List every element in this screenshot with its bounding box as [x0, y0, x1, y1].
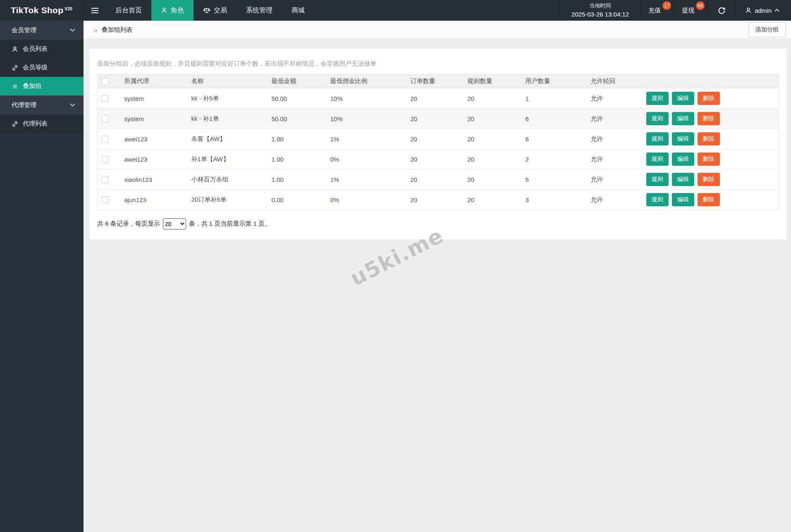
withdraw-label: 提现 — [682, 7, 694, 14]
sidebar-item[interactable]: 会员列表 — [0, 40, 84, 58]
row-checkbox[interactable] — [102, 95, 109, 102]
user-icon — [12, 46, 18, 52]
nav-item-roles[interactable]: 角色 — [151, 0, 194, 21]
sidebar-toggle-button[interactable] — [84, 0, 106, 21]
link-icon — [12, 64, 18, 71]
nav-item-label: 后台首页 — [115, 6, 142, 15]
link-icon — [12, 121, 18, 127]
sidebar-item[interactable]: 叠加组 — [0, 77, 84, 95]
app-logo: TikTok ShopV20 — [0, 0, 84, 21]
rules-button[interactable]: 规则 — [646, 193, 669, 206]
select-all-checkbox[interactable] — [102, 78, 109, 85]
cell-agent: xiaolin123 — [120, 169, 187, 190]
rules-button[interactable]: 规则 — [646, 112, 669, 125]
cell-users: 2 — [521, 149, 587, 169]
edit-button[interactable]: 编辑 — [672, 153, 694, 166]
cell-orders: 20 — [406, 149, 464, 169]
cell-recycle: 允许 — [587, 149, 642, 169]
page-title: 叠加组列表 — [102, 26, 133, 34]
chevron-down-icon — [70, 103, 75, 107]
rules-button[interactable]: 规则 — [646, 92, 669, 105]
sidebar-item-label: 会员等级 — [23, 64, 48, 72]
cell-recycle: 允许 — [587, 129, 642, 149]
app-logo-text: TikTok Shop — [11, 5, 63, 15]
delete-button[interactable]: 删除 — [698, 132, 720, 146]
cell-name: 补1单【AW】 — [187, 149, 268, 169]
row-checkbox[interactable] — [102, 156, 109, 163]
cell-orders: 20 — [406, 109, 464, 129]
add-group-button[interactable]: 添加分组 — [748, 22, 786, 37]
cell-min-commission: 10% — [326, 88, 406, 109]
sidebar-item-label: 会员列表 — [23, 45, 48, 53]
refresh-button[interactable] — [707, 0, 736, 21]
sidebar-group-header[interactable]: 会员管理 — [0, 21, 84, 40]
delete-button[interactable]: 删除 — [698, 153, 720, 166]
cell-rules: 20 — [464, 88, 521, 109]
sidebar-group-header[interactable]: 代理管理 — [0, 95, 84, 115]
content: 添加分组后，必须添加规则，并且规则需要对应好订单个数，若出现不对称情况，会导致用… — [84, 39, 791, 239]
cell-min-commission: 1% — [326, 129, 406, 149]
delete-button[interactable]: 删除 — [698, 173, 720, 186]
user-icon — [745, 7, 752, 14]
cell-name: 小林百万杀组 — [187, 169, 268, 190]
sidebar: 会员管理会员列表会员等级叠加组代理管理代理列表 — [0, 21, 84, 532]
cell-agent: system — [120, 88, 187, 109]
local-time-value: 2025-03-26 13:04:12 — [571, 10, 629, 19]
edit-button[interactable]: 编辑 — [672, 112, 694, 125]
pagination-suffix: 条，共 1 页当前显示第 1 页。 — [189, 220, 271, 228]
nav-item-trade[interactable]: 交易 — [194, 0, 237, 21]
header-users: 用户数量 — [521, 74, 587, 88]
cell-agent: system — [120, 109, 187, 129]
user-menu[interactable]: admin — [736, 0, 791, 21]
withdraw-link[interactable]: 提现 66 — [674, 0, 707, 21]
nav-item-system[interactable]: 系统管理 — [237, 0, 282, 21]
user-icon — [161, 7, 167, 14]
recharge-link[interactable]: 充值 17 — [640, 0, 674, 21]
breadcrumb-caret-icon: » — [93, 26, 98, 34]
nav-item-home[interactable]: 后台首页 — [106, 0, 151, 21]
sidebar-group-label: 代理管理 — [12, 101, 36, 109]
delete-button[interactable]: 删除 — [698, 92, 720, 105]
page-size-select[interactable]: 20 — [163, 218, 186, 229]
cell-min-amount: 0.00 — [268, 190, 326, 210]
header-min-commission: 最低佣金比例 — [326, 74, 406, 88]
edit-button[interactable]: 编辑 — [672, 173, 694, 186]
topbar-right: 当地时间 2025-03-26 13:04:12 充值 17 提现 66 adm… — [559, 0, 791, 21]
table-row: awei123杀客【AW】1.001%20206允许规则编辑删除 — [98, 129, 779, 149]
table-body: systemkk - 补5单50.0010%20201允许规则编辑删除syste… — [98, 88, 779, 210]
cell-min-amount: 1.00 — [268, 149, 326, 169]
cell-min-amount: 50.00 — [268, 88, 326, 109]
table-row: awei123补1单【AW】1.000%20202允许规则编辑删除 — [98, 149, 779, 169]
nav-item-label: 商城 — [292, 6, 305, 15]
table-row: ajun12320订单补5单0.000%20203允许规则编辑删除 — [98, 190, 779, 210]
rules-button[interactable]: 规则 — [646, 153, 669, 166]
group-table: 所属代理 名称 最低金额 最低佣金比例 订单数量 规则数量 用户数量 允许轮回 … — [97, 74, 779, 210]
cell-rules: 20 — [464, 129, 521, 149]
edit-button[interactable]: 编辑 — [672, 132, 694, 146]
cell-rules: 20 — [464, 149, 521, 169]
row-checkbox[interactable] — [102, 176, 109, 183]
row-checkbox[interactable] — [102, 115, 109, 122]
row-checkbox[interactable] — [102, 136, 109, 143]
recharge-badge: 17 — [662, 1, 671, 10]
cell-actions: 规则编辑删除 — [642, 190, 779, 210]
sidebar-item-label: 叠加组 — [23, 82, 41, 90]
nav-item-label: 系统管理 — [246, 6, 272, 15]
edit-button[interactable]: 编辑 — [672, 92, 694, 105]
rules-button[interactable]: 规则 — [646, 173, 669, 186]
chevron-down-icon — [70, 29, 75, 32]
edit-button[interactable]: 编辑 — [672, 193, 694, 206]
sidebar-item[interactable]: 会员等级 — [0, 58, 84, 77]
hamburger-icon — [91, 7, 99, 14]
nav-item-mall[interactable]: 商城 — [282, 0, 314, 21]
table-header-row: 所属代理 名称 最低金额 最低佣金比例 订单数量 规则数量 用户数量 允许轮回 — [98, 74, 779, 88]
row-checkbox[interactable] — [102, 196, 109, 203]
sidebar-item[interactable]: 代理列表 — [0, 115, 84, 133]
delete-button[interactable]: 删除 — [698, 112, 720, 125]
cell-name: 20订单补5单 — [187, 190, 268, 210]
delete-button[interactable]: 删除 — [698, 193, 720, 206]
cell-min-amount: 50.00 — [268, 109, 326, 129]
rules-button[interactable]: 规则 — [646, 132, 669, 146]
scales-icon — [203, 7, 210, 14]
notice-text: 添加分组后，必须添加规则，并且规则需要对应好订单个数，若出现不对称情况，会导致用… — [97, 60, 779, 68]
